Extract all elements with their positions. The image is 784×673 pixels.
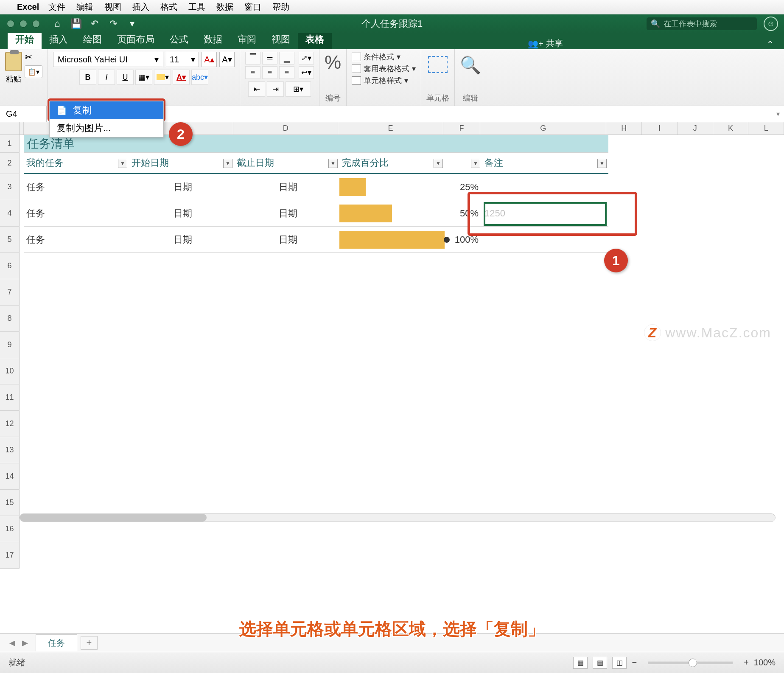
menu-item-copy-as-picture[interactable]: 复制为图片... bbox=[50, 119, 163, 137]
header-start[interactable]: 开始日期▼ bbox=[129, 153, 234, 174]
horizontal-scrollbar[interactable] bbox=[20, 513, 776, 522]
tab-layout[interactable]: 页面布局 bbox=[109, 31, 162, 49]
row-header-14[interactable]: 14 bbox=[0, 463, 20, 490]
row-header-15[interactable]: 15 bbox=[0, 490, 20, 516]
menu-window[interactable]: 窗口 bbox=[244, 1, 261, 13]
col-header-G[interactable]: G bbox=[480, 122, 606, 135]
cell-start[interactable]: 日期 bbox=[129, 200, 234, 226]
tab-draw[interactable]: 绘图 bbox=[76, 31, 109, 49]
cells-icon[interactable] bbox=[428, 56, 448, 73]
tab-formulas[interactable]: 公式 bbox=[162, 31, 196, 49]
col-header-I[interactable]: I bbox=[642, 122, 678, 135]
normal-view-button[interactable]: ▦ bbox=[573, 657, 588, 669]
paste-button[interactable]: 粘贴 bbox=[5, 52, 22, 84]
tab-table[interactable]: 表格 bbox=[298, 31, 332, 49]
row-header-11[interactable]: 11 bbox=[0, 384, 20, 411]
cell-bar[interactable] bbox=[339, 200, 445, 226]
filter-icon[interactable]: ▼ bbox=[223, 159, 232, 168]
search-input[interactable]: 🔍 在工作表中搜索 bbox=[647, 17, 757, 30]
cell-bar[interactable] bbox=[339, 174, 445, 200]
col-header-D[interactable]: D bbox=[233, 122, 338, 135]
fill-color-button[interactable]: ▾ bbox=[154, 70, 171, 85]
filter-icon[interactable]: ▼ bbox=[471, 159, 480, 168]
decrease-font-button[interactable]: A▾ bbox=[219, 52, 235, 67]
align-bottom-button[interactable]: ▁ bbox=[279, 52, 294, 64]
row-header-4[interactable]: 4 bbox=[0, 200, 20, 227]
menu-tools[interactable]: 工具 bbox=[188, 1, 205, 13]
filter-icon[interactable]: ▼ bbox=[328, 159, 338, 168]
tab-data[interactable]: 数据 bbox=[196, 31, 230, 49]
row-header-1[interactable]: 1 bbox=[0, 135, 20, 153]
row-header-7[interactable]: 7 bbox=[0, 279, 20, 306]
page-break-view-button[interactable]: ◫ bbox=[612, 657, 627, 669]
qat-customize-icon[interactable]: ▾ bbox=[126, 18, 137, 29]
italic-button[interactable]: I bbox=[98, 70, 115, 85]
row-header-3[interactable]: 3 bbox=[0, 174, 20, 200]
feedback-icon[interactable]: ☺ bbox=[764, 17, 778, 31]
cut-button[interactable]: ✂ bbox=[25, 52, 42, 63]
name-box[interactable]: G4 bbox=[0, 106, 47, 122]
row-header-8[interactable]: 8 bbox=[0, 306, 20, 332]
font-name-select[interactable]: Microsoft YaHei UI▾ bbox=[53, 52, 163, 67]
prev-sheet-button[interactable]: ◀ bbox=[6, 637, 19, 649]
fill-handle-icon[interactable] bbox=[444, 237, 450, 243]
add-sheet-button[interactable]: + bbox=[81, 636, 98, 650]
wrap-text-button[interactable]: ↩▾ bbox=[299, 66, 314, 79]
font-size-select[interactable]: 11▾ bbox=[166, 52, 199, 67]
col-header-K[interactable]: K bbox=[713, 122, 749, 135]
align-middle-button[interactable]: ═ bbox=[262, 52, 277, 64]
collapse-ribbon-icon[interactable]: ⌃ bbox=[767, 39, 774, 49]
page-layout-view-button[interactable]: ▤ bbox=[593, 657, 607, 669]
cell-end[interactable]: 日期 bbox=[234, 227, 339, 252]
col-header-J[interactable]: J bbox=[678, 122, 713, 135]
cell-start[interactable]: 日期 bbox=[129, 227, 234, 252]
next-sheet-button[interactable]: ▶ bbox=[19, 637, 31, 649]
conditional-format-button[interactable]: 条件格式 ▾ bbox=[352, 52, 400, 62]
menu-insert[interactable]: 插入 bbox=[132, 1, 149, 13]
cell-start[interactable]: 日期 bbox=[129, 174, 234, 200]
menu-item-copy[interactable]: 📄复制 bbox=[50, 101, 163, 119]
col-header-A[interactable] bbox=[20, 122, 24, 135]
row-header-5[interactable]: 5 bbox=[0, 227, 20, 253]
align-top-button[interactable]: ▔ bbox=[245, 52, 260, 64]
align-right-button[interactable]: ≡ bbox=[279, 66, 294, 79]
menu-data[interactable]: 数据 bbox=[216, 1, 233, 13]
copy-dropdown-button[interactable]: 📋▾ bbox=[25, 65, 42, 78]
header-pct[interactable]: 完成百分比▼ bbox=[339, 153, 445, 174]
cell-title[interactable]: 任务清单 bbox=[24, 135, 608, 153]
border-button[interactable]: ▦▾ bbox=[135, 70, 152, 85]
zoom-slider[interactable] bbox=[648, 662, 733, 664]
header-end[interactable]: 截止日期▼ bbox=[234, 153, 339, 174]
row-header-13[interactable]: 13 bbox=[0, 437, 20, 463]
row-header-16[interactable]: 16 bbox=[0, 516, 20, 542]
col-header-F[interactable]: F bbox=[443, 122, 481, 135]
cell-end[interactable]: 日期 bbox=[234, 174, 339, 200]
zoom-level[interactable]: 100% bbox=[754, 658, 776, 667]
tab-review[interactable]: 审阅 bbox=[230, 31, 264, 49]
filter-icon[interactable]: ▼ bbox=[118, 159, 127, 168]
font-color-button[interactable]: A▾ bbox=[173, 70, 190, 85]
row-header-17[interactable]: 17 bbox=[0, 542, 20, 569]
row-header-9[interactable]: 9 bbox=[0, 332, 20, 358]
save-icon[interactable]: 💾 bbox=[70, 18, 81, 29]
home-icon[interactable]: ⌂ bbox=[52, 18, 63, 29]
row-header-10[interactable]: 10 bbox=[0, 358, 20, 384]
filter-icon[interactable]: ▼ bbox=[434, 159, 443, 168]
cell-task[interactable]: 任务 bbox=[24, 174, 129, 200]
increase-indent-button[interactable]: ⇥ bbox=[267, 81, 284, 97]
header-note[interactable]: 备注▼ bbox=[482, 153, 608, 174]
tab-insert[interactable]: 插入 bbox=[42, 31, 76, 49]
col-header-L[interactable]: L bbox=[748, 122, 784, 135]
menu-view[interactable]: 视图 bbox=[104, 1, 121, 13]
align-left-button[interactable]: ≡ bbox=[245, 66, 260, 79]
cell-task[interactable]: 任务 bbox=[24, 200, 129, 226]
decrease-indent-button[interactable]: ⇤ bbox=[248, 81, 265, 97]
row-header-2[interactable]: 2 bbox=[0, 153, 20, 174]
redo-icon[interactable]: ↷ bbox=[108, 18, 119, 29]
increase-font-button[interactable]: A▴ bbox=[202, 52, 217, 67]
percent-icon[interactable]: % bbox=[325, 52, 341, 73]
merge-button[interactable]: ⊞▾ bbox=[286, 81, 311, 97]
cell-end[interactable]: 日期 bbox=[234, 200, 339, 226]
cell-task[interactable]: 任务 bbox=[24, 227, 129, 252]
col-header-E[interactable]: E bbox=[338, 122, 443, 135]
